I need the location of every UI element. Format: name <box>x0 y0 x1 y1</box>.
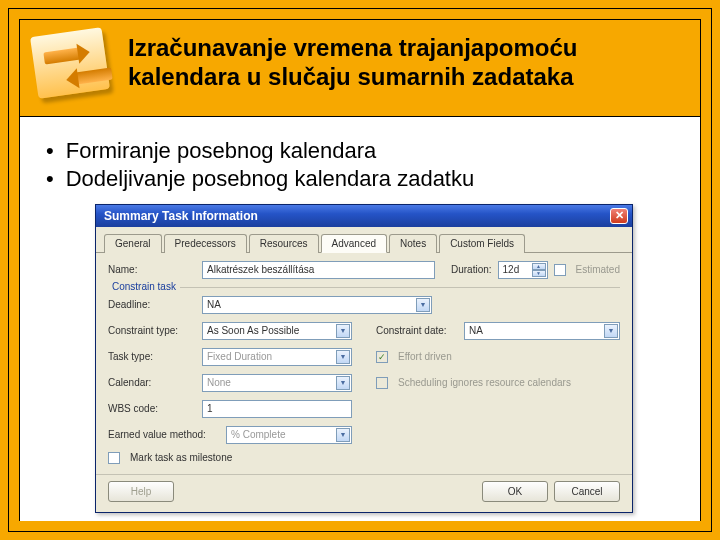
bullet-item: • Formiranje posebnog kalendara <box>38 137 690 165</box>
tab-resources[interactable]: Resources <box>249 234 319 253</box>
dropdown-icon[interactable]: ▼ <box>336 376 350 390</box>
dropdown-icon[interactable]: ▼ <box>336 350 350 364</box>
slide-inner-frame: Izračunavanje vremena trajanjapomoću kal… <box>19 19 701 521</box>
constraint-type-value: As Soon As Possible <box>207 325 299 336</box>
bullet-text: Formiranje posebnog kalendara <box>66 138 377 164</box>
calendar-label: Calendar: <box>108 377 196 388</box>
earned-value-row: Earned value method: % Complete ▼ <box>108 426 620 444</box>
estimated-label: Estimated <box>576 264 620 275</box>
constraint-date-field[interactable]: NA ▼ <box>464 322 620 340</box>
help-button-label: Help <box>131 486 152 497</box>
name-field[interactable]: Alkatrészek beszállítása <box>202 261 435 279</box>
constraint-type-field[interactable]: As Soon As Possible ▼ <box>202 322 352 340</box>
slide-header: Izračunavanje vremena trajanjapomoću kal… <box>20 20 700 116</box>
calendar-field[interactable]: None ▼ <box>202 374 352 392</box>
milestone-checkbox[interactable] <box>108 452 120 464</box>
constraint-date-label: Constraint date: <box>376 325 458 336</box>
wbs-field[interactable]: 1 <box>202 400 352 418</box>
dropdown-icon[interactable]: ▼ <box>336 324 350 338</box>
duration-spinner[interactable]: ▲▼ <box>532 263 546 277</box>
bullet-text: Dodeljivanje posebnog kalendara zadatku <box>66 166 475 192</box>
dropdown-icon[interactable]: ▼ <box>416 298 430 312</box>
scheduling-ignores-checkbox <box>376 377 388 389</box>
constrain-section-label: Constrain task <box>108 281 180 292</box>
bullet-item: • Dodeljivanje posebnog kalendara zadatk… <box>38 165 690 193</box>
earned-value-value: % Complete <box>231 429 285 440</box>
deadline-field[interactable]: NA ▼ <box>202 296 432 314</box>
bullet-dot-icon: • <box>46 166 54 192</box>
summary-task-information-dialog: Summary Task Information ✕ General Prede… <box>95 204 633 513</box>
milestone-row: Mark task as milestone <box>108 452 620 464</box>
slide-title: Izračunavanje vremena trajanjapomoću kal… <box>128 28 686 92</box>
arrows-card-icon <box>26 28 114 100</box>
deadline-label: Deadline: <box>108 299 196 310</box>
dialog-titlebar[interactable]: Summary Task Information ✕ <box>96 205 632 227</box>
dialog-button-row: Help OK Cancel <box>96 474 632 512</box>
help-button[interactable]: Help <box>108 481 174 502</box>
cancel-button-label: Cancel <box>571 486 602 497</box>
ok-button-label: OK <box>508 486 522 497</box>
name-value: Alkatrészek beszállítása <box>207 264 314 275</box>
name-row: Name: Alkatrészek beszállítása Duration:… <box>108 261 620 279</box>
calendar-value: None <box>207 377 231 388</box>
dropdown-icon[interactable]: ▼ <box>336 428 350 442</box>
ok-button[interactable]: OK <box>482 481 548 502</box>
constraint-type-label: Constraint type: <box>108 325 196 336</box>
deadline-value: NA <box>207 299 221 310</box>
milestone-label: Mark task as milestone <box>130 452 232 463</box>
wbs-value: 1 <box>207 403 213 414</box>
task-type-value: Fixed Duration <box>207 351 272 362</box>
tab-custom-fields[interactable]: Custom Fields <box>439 234 525 253</box>
earned-value-field[interactable]: % Complete ▼ <box>226 426 352 444</box>
name-label: Name: <box>108 264 196 275</box>
duration-value: 12d <box>503 264 520 275</box>
estimated-checkbox[interactable] <box>554 264 566 276</box>
task-type-field[interactable]: Fixed Duration ▼ <box>202 348 352 366</box>
scheduling-ignores-label: Scheduling ignores resource calendars <box>398 377 571 388</box>
tab-general[interactable]: General <box>104 234 162 253</box>
task-type-label: Task type: <box>108 351 196 362</box>
slide-outer-frame: Izračunavanje vremena trajanjapomoću kal… <box>8 8 712 532</box>
wbs-label: WBS code: <box>108 403 196 414</box>
earned-value-label: Earned value method: <box>108 429 220 440</box>
tab-predecessors[interactable]: Predecessors <box>164 234 247 253</box>
constraint-type-row: Constraint type: As Soon As Possible ▼ C… <box>108 322 620 340</box>
slide-body: • Formiranje posebnog kalendara • Dodelj… <box>20 116 700 521</box>
close-icon: ✕ <box>615 209 624 222</box>
effort-driven-checkbox[interactable] <box>376 351 388 363</box>
dialog-tabs: General Predecessors Resources Advanced … <box>96 227 632 253</box>
effort-driven-label: Effort driven <box>398 351 452 362</box>
task-type-row: Task type: Fixed Duration ▼ Effort drive… <box>108 348 620 366</box>
cancel-button[interactable]: Cancel <box>554 481 620 502</box>
dialog-form: Name: Alkatrészek beszállítása Duration:… <box>96 253 632 472</box>
dialog-title: Summary Task Information <box>104 209 258 223</box>
constraint-date-value: NA <box>469 325 483 336</box>
calendar-row: Calendar: None ▼ Scheduling ignores reso… <box>108 374 620 392</box>
duration-label: Duration: <box>451 264 492 275</box>
tab-notes[interactable]: Notes <box>389 234 437 253</box>
bullet-list: • Formiranje posebnog kalendara • Dodelj… <box>38 137 690 194</box>
dropdown-icon[interactable]: ▼ <box>604 324 618 338</box>
constrain-section: Constrain task Deadline: NA ▼ Constraint… <box>108 287 620 340</box>
bullet-dot-icon: • <box>46 138 54 164</box>
tab-advanced[interactable]: Advanced <box>321 234 387 253</box>
wbs-row: WBS code: 1 <box>108 400 620 418</box>
close-button[interactable]: ✕ <box>610 208 628 224</box>
deadline-row: Deadline: NA ▼ <box>108 296 620 314</box>
duration-field[interactable]: 12d ▲▼ <box>498 261 548 279</box>
